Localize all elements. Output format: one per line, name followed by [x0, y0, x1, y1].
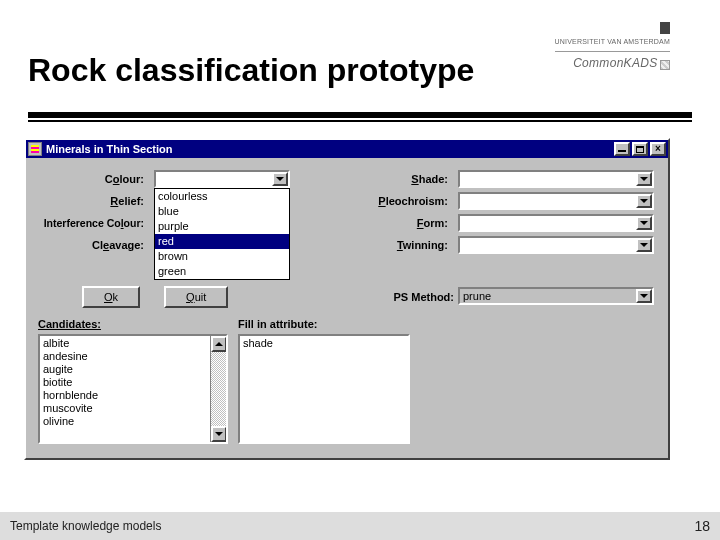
form-combo[interactable]	[458, 214, 654, 232]
ps-method-value: prune	[460, 289, 636, 303]
right-controls	[458, 170, 654, 254]
page-number: 18	[694, 518, 710, 534]
pixel-icon	[660, 60, 670, 70]
candidates-scrollbar[interactable]	[210, 336, 226, 442]
fill-attribute-listbox[interactable]: shade	[238, 334, 410, 444]
colour-option-brown[interactable]: brown	[155, 249, 289, 264]
header-logos: UNIVERSITEIT VAN AMSTERDAM CommonKADS	[555, 22, 670, 70]
shade-combo[interactable]	[458, 170, 654, 188]
scroll-down-button[interactable]	[211, 426, 227, 442]
rule-thick	[28, 112, 692, 118]
candidate-andesine[interactable]: andesine	[43, 350, 207, 363]
uni-text: UNIVERSITEIT VAN AMSTERDAM	[555, 38, 670, 45]
candidate-augite[interactable]: augite	[43, 363, 207, 376]
chevron-down-icon	[640, 199, 648, 203]
label-relief: Relief:	[38, 192, 150, 214]
ok-button[interactable]: Ok	[82, 286, 140, 308]
arrow-down-icon	[215, 432, 223, 436]
window-content: Colour: Relief: Interference Colour: Cle…	[26, 158, 668, 174]
chevron-down-icon	[640, 177, 648, 181]
maximize-icon	[636, 146, 644, 153]
label-ps-method: PS Method:	[350, 286, 454, 308]
close-button[interactable]: ×	[650, 142, 666, 156]
fill-items: shade	[240, 336, 392, 442]
colour-option-colourless[interactable]: colourless	[155, 189, 289, 204]
colour-option-blue[interactable]: blue	[155, 204, 289, 219]
colour-option-purple[interactable]: purple	[155, 219, 289, 234]
close-icon: ×	[655, 145, 661, 153]
ck-row: CommonKADS	[555, 51, 670, 70]
label-fill-attribute: Fill in attribute:	[238, 318, 317, 330]
scroll-up-button[interactable]	[211, 336, 227, 352]
chevron-down-icon	[640, 243, 648, 247]
colour-combo[interactable]	[154, 170, 290, 188]
colour-value	[156, 172, 272, 186]
shade-dropdown-button[interactable]	[636, 172, 652, 186]
twinning-dropdown-button[interactable]	[636, 238, 652, 252]
candidate-muscovite[interactable]: muscovite	[43, 402, 207, 415]
candidate-olivine[interactable]: olivine	[43, 415, 207, 428]
twinning-combo[interactable]	[458, 236, 654, 254]
label-interference-colour: Interference Colour:	[38, 214, 150, 236]
right-labels: Shade: Pleochroism: Form: Twinning:	[350, 170, 454, 258]
minimize-icon	[618, 146, 626, 152]
colour-dropdown-button[interactable]	[272, 172, 288, 186]
page-title: Rock classification prototype	[28, 52, 474, 89]
uni-logo-icon	[660, 22, 670, 34]
buttons-row: Ok Quit	[82, 286, 228, 308]
candidates-listbox[interactable]: albiteandesineaugitebiotitehornblendemus…	[38, 334, 228, 444]
maximize-button[interactable]	[632, 142, 648, 156]
footer-text: Template knowledge models	[10, 519, 161, 533]
scroll-track[interactable]	[211, 352, 226, 426]
pleochroism-combo[interactable]	[458, 192, 654, 210]
label-colour: Colour:	[38, 170, 150, 192]
form-dropdown-button[interactable]	[636, 216, 652, 230]
pleo-dropdown-button[interactable]	[636, 194, 652, 208]
chevron-down-icon	[276, 177, 284, 181]
label-twinning: Twinning:	[350, 236, 454, 258]
titlebar[interactable]: Minerals in Thin Section ×	[26, 140, 668, 158]
label-pleochroism: Pleochroism:	[350, 192, 454, 214]
chevron-down-icon	[640, 221, 648, 225]
label-shade: Shade:	[350, 170, 454, 192]
fill-item-shade[interactable]: shade	[243, 337, 389, 350]
candidate-biotite[interactable]: biotite	[43, 376, 207, 389]
label-form: Form:	[350, 214, 454, 236]
colour-option-green[interactable]: green	[155, 264, 289, 279]
candidate-hornblende[interactable]: hornblende	[43, 389, 207, 402]
commonkads-text: CommonKADS	[573, 56, 657, 70]
footer-bar: Template knowledge models 18	[0, 512, 720, 540]
colour-option-red[interactable]: red	[155, 234, 289, 249]
colour-dropdown-list[interactable]: colourlessbluepurpleredbrowngreen	[154, 188, 290, 280]
rule-thin	[28, 120, 692, 122]
ps-method-combo-wrap: prune	[458, 287, 654, 305]
minerals-window: Minerals in Thin Section × Colour: Relie…	[24, 138, 670, 460]
left-labels: Colour: Relief: Interference Colour: Cle…	[38, 170, 150, 258]
window-title: Minerals in Thin Section	[46, 143, 612, 155]
quit-button[interactable]: Quit	[164, 286, 228, 308]
candidate-albite[interactable]: albite	[43, 337, 207, 350]
candidates-items: albiteandesineaugitebiotitehornblendemus…	[40, 336, 210, 442]
label-candidates: Candidates:	[38, 318, 101, 330]
arrow-up-icon	[215, 342, 223, 346]
ps-dropdown-button[interactable]	[636, 289, 652, 303]
minimize-button[interactable]	[614, 142, 630, 156]
ps-method-combo[interactable]: prune	[458, 287, 654, 305]
chevron-down-icon	[640, 294, 648, 298]
system-menu-icon[interactable]	[28, 142, 42, 156]
label-cleavage: Cleavage:	[38, 236, 150, 258]
